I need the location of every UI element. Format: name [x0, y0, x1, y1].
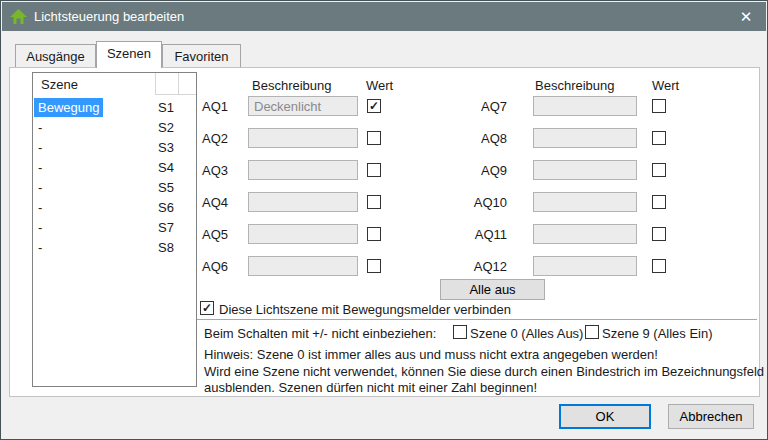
output-description-field[interactable] [533, 96, 637, 116]
output-row: AQ9 [10, 160, 761, 182]
hint-text-2: Wird eine Szene nicht verwendet, können … [204, 364, 766, 396]
szene0-checkbox[interactable] [453, 325, 467, 339]
light-control-dialog: Lichtsteuerung bearbeiten ✕ Ausgänge Sze… [0, 0, 768, 440]
window-title: Lichtsteuerung bearbeiten [34, 9, 184, 24]
output-value-checkbox[interactable] [652, 195, 666, 209]
hint-text-1: Hinweis: Szene 0 ist immer alles aus und… [204, 347, 764, 362]
house-icon [10, 9, 27, 24]
szene0-label: Szene 0 (Alles Aus) [470, 326, 583, 341]
output-row: AQ10 [10, 192, 761, 214]
all-off-button[interactable]: Alle aus [440, 279, 545, 300]
output-value-checkbox[interactable] [652, 259, 666, 273]
output-label: AQ11 [458, 227, 507, 242]
close-icon[interactable]: ✕ [726, 2, 766, 31]
output-label: AQ8 [458, 131, 507, 146]
scene-list-header-label: Szene [41, 77, 78, 92]
cancel-button[interactable]: Abbrechen [668, 404, 754, 429]
scene-list-header: Szene [33, 73, 196, 94]
output-label: AQ12 [458, 259, 507, 274]
value-header-right: Wert [652, 78, 679, 93]
description-header-left: Beschreibung [252, 78, 332, 93]
output-description-field[interactable] [533, 256, 637, 276]
szene9-label: Szene 9 (Alles Ein) [602, 326, 713, 341]
output-label: AQ9 [458, 163, 507, 178]
tab-favoriten[interactable]: Favoriten [162, 44, 241, 67]
column-divider [178, 73, 179, 94]
output-label: AQ10 [458, 195, 507, 210]
szenen-tab-panel: Szene BewegungS1-S2-S3-S4-S5-S6-S7-S8 Be… [9, 67, 760, 397]
output-row: AQ7 [10, 96, 761, 118]
motion-link-label: Diese Lichtszene mit Bewegungsmelder ver… [219, 302, 511, 317]
output-value-checkbox[interactable] [652, 131, 666, 145]
output-value-checkbox[interactable] [652, 99, 666, 113]
header-underline [155, 94, 196, 95]
output-value-checkbox[interactable] [652, 227, 666, 241]
output-description-field[interactable] [533, 160, 637, 180]
output-description-field[interactable] [533, 192, 637, 212]
szene9-checkbox[interactable] [585, 325, 599, 339]
tab-szenen[interactable]: Szenen [96, 41, 162, 68]
value-header-left: Wert [366, 78, 393, 93]
motion-link-checkbox[interactable] [200, 301, 214, 315]
output-label: AQ7 [458, 99, 507, 114]
output-row: AQ11 [10, 224, 761, 246]
output-value-checkbox[interactable] [652, 163, 666, 177]
titlebar: Lichtsteuerung bearbeiten ✕ [2, 2, 766, 31]
output-row: AQ12 [10, 256, 761, 278]
description-header-right: Beschreibung [535, 78, 615, 93]
tab-ausgaenge[interactable]: Ausgänge [15, 44, 96, 67]
exclude-label: Beim Schalten mit +/- nicht einbeziehen: [204, 326, 436, 341]
ok-button[interactable]: OK [559, 404, 651, 429]
separator-line [197, 319, 757, 320]
output-description-field[interactable] [533, 224, 637, 244]
output-description-field[interactable] [533, 128, 637, 148]
output-row: AQ8 [10, 128, 761, 150]
column-divider [155, 73, 156, 94]
